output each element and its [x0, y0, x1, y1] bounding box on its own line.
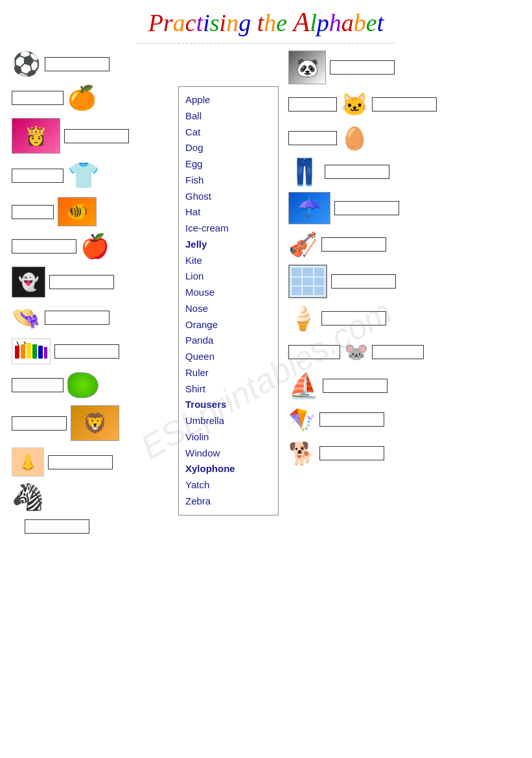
word-umbrella: Umbrella	[185, 413, 272, 429]
left-row-ball: ⚽	[12, 51, 178, 78]
word-window: Window	[185, 445, 272, 462]
right-row-kite: 🪁	[288, 406, 526, 433]
right-row-trousers: 👖	[288, 158, 526, 185]
orange-input-left[interactable]	[12, 91, 64, 105]
right-row-icecream: 🍦	[288, 305, 526, 332]
kite-icon: 🪁	[288, 409, 316, 431]
word-violin: Violin	[185, 429, 272, 445]
word-cat: Cat	[185, 124, 272, 141]
queen-input[interactable]	[64, 129, 129, 143]
word-ruler: Ruler	[185, 365, 272, 381]
word-shirt: Shirt	[185, 381, 272, 397]
left-row-orange: 🍊	[12, 84, 178, 112]
right-row-cat: 🐱	[288, 91, 526, 118]
yatch-input-left[interactable]	[288, 345, 340, 359]
word-dog: Dog	[185, 140, 272, 156]
umbrella-image: ☂️	[288, 192, 330, 224]
jelly-input-left[interactable]	[12, 378, 64, 392]
title-area: Practising the Alphabet ~~~~~~~~~~~~~~~~…	[6, 6, 526, 47]
left-row-ghost: 👻	[12, 266, 178, 298]
svg-line-6	[17, 342, 19, 346]
dog-input[interactable]	[319, 446, 384, 460]
yatch-input[interactable]	[323, 379, 387, 393]
word-trousers: Trousers	[185, 397, 272, 413]
icecream-input[interactable]	[321, 311, 386, 326]
yatch-icon: ⛵	[288, 373, 319, 398]
page: Practising the Alphabet ~~~~~~~~~~~~~~~~…	[0, 0, 532, 758]
egg-icon: 🥚	[341, 127, 368, 149]
apple-input[interactable]	[12, 239, 76, 254]
panda-input[interactable]	[330, 60, 395, 75]
trousers-input[interactable]	[325, 165, 389, 179]
word-ghost: Ghost	[185, 189, 272, 205]
word-nose: Nose	[185, 301, 272, 317]
svg-line-7	[24, 342, 26, 344]
ghost-input[interactable]	[49, 275, 114, 289]
left-row-queen: 👸	[12, 118, 178, 154]
violin-icon: 🎻	[288, 233, 318, 256]
umbrella-input[interactable]	[334, 201, 399, 215]
left-section: ⚽ 🍊 👸 👕 🐠	[6, 51, 178, 547]
kite-input[interactable]	[319, 412, 384, 427]
zebra-input[interactable]	[25, 519, 89, 534]
lion-input-left[interactable]	[12, 416, 67, 431]
right-row-window	[288, 265, 526, 298]
nose-image: 👃	[12, 447, 44, 477]
fish-image: 🐠	[58, 197, 97, 226]
word-kite: Kite	[185, 253, 272, 269]
fish-input-left[interactable]	[12, 205, 54, 219]
cat-input-left[interactable]	[288, 97, 337, 112]
window-input[interactable]	[331, 274, 396, 289]
left-row-zebra-input	[12, 513, 178, 540]
svg-rect-1	[21, 344, 25, 359]
word-egg: Egg	[185, 156, 272, 172]
left-row-apple: 🍎	[12, 233, 178, 260]
right-row-violin: 🎻	[288, 231, 526, 258]
word-lion: Lion	[185, 268, 272, 285]
left-row-zebra: 🦓	[12, 483, 178, 510]
right-row-egg: 🥚	[288, 124, 526, 152]
svg-rect-2	[27, 343, 31, 359]
right-section: 🐼 🐱 🥚 👖 ☂️	[279, 51, 526, 473]
queen-image: 👸	[12, 118, 60, 154]
word-zebra: Zebra	[185, 493, 272, 510]
left-row-nose: 👃	[12, 447, 178, 477]
jelly-image	[67, 372, 98, 398]
nose-input[interactable]	[48, 455, 113, 469]
word-apple: Apple	[185, 92, 272, 108]
dog-icon: 🐕	[288, 442, 316, 464]
svg-rect-5	[44, 347, 47, 359]
icecream-icon: 🍦	[288, 307, 318, 330]
main-title: Practising the Alphabet	[6, 6, 526, 38]
left-row-hat: 👒	[12, 304, 178, 331]
right-row-mouse: 🐭	[288, 338, 526, 366]
right-row-dog: 🐕	[288, 440, 526, 467]
svg-rect-4	[38, 346, 43, 359]
xylophone-image	[12, 338, 51, 364]
title-underline: ~~~~~~~~~~~~~~~~~~~~~~~~~~~~~~~~~~~~~~~~…	[6, 40, 526, 47]
ball-icon: ⚽	[12, 53, 41, 76]
xylophone-input[interactable]	[54, 344, 119, 359]
apple-icon: 🍎	[80, 235, 110, 258]
left-row-jelly	[12, 372, 178, 399]
left-row-shirt: 👕	[12, 160, 178, 191]
word-xylophone: Xylophone	[185, 461, 272, 477]
shirt-input-left[interactable]	[12, 169, 64, 183]
right-row-yatch: ⛵	[288, 372, 526, 399]
ball-input[interactable]	[45, 57, 110, 71]
word-list-container: Apple Ball Cat Dog Egg Fish Ghost Hat Ic…	[178, 86, 279, 515]
window-image	[288, 265, 327, 298]
panda-image: 🐼	[288, 51, 326, 84]
hat-input[interactable]	[45, 311, 110, 325]
right-row-panda: 🐼	[288, 51, 526, 84]
cat-icon: 🐱	[341, 93, 368, 115]
left-row-fish: 🐠	[12, 197, 178, 226]
word-queen: Queen	[185, 349, 272, 365]
trousers-icon: 👖	[288, 159, 321, 185]
egg-input-left[interactable]	[288, 131, 337, 145]
cat-input-right[interactable]	[372, 97, 437, 112]
word-hat: Hat	[185, 204, 272, 220]
mouse-input[interactable]	[372, 345, 424, 359]
word-ball: Ball	[185, 108, 272, 124]
violin-input[interactable]	[321, 237, 386, 252]
